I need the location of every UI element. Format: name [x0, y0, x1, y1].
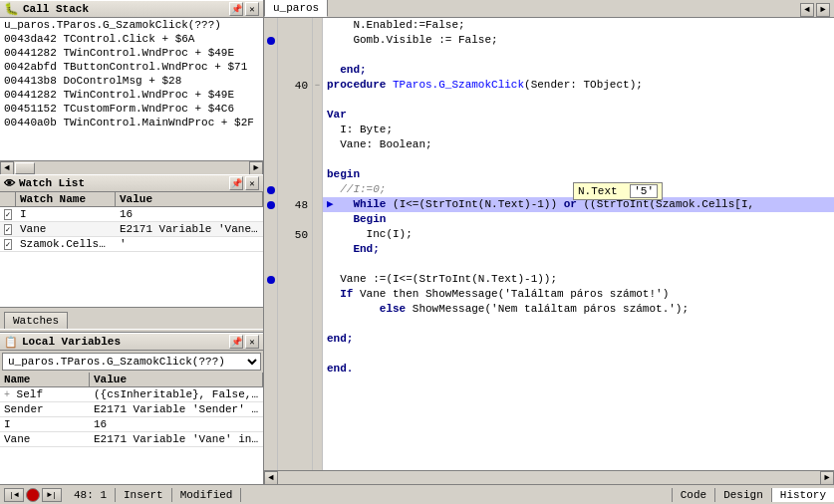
run-stop-btn[interactable]	[26, 488, 40, 502]
code-line: Vane: Boolean;	[323, 137, 834, 152]
line-number	[278, 257, 312, 272]
code-scroll-left-btn[interactable]: ◄	[264, 471, 278, 484]
keyword-span: end;	[327, 332, 353, 347]
code-text: Gomb.Visible := False;	[327, 33, 498, 48]
watch-checkbox[interactable]: ✓	[0, 237, 16, 251]
tab-nav-left-btn[interactable]: ◄	[800, 3, 814, 17]
local-vars-title: 📋 Local Variables	[4, 336, 121, 349]
line-number	[278, 48, 312, 63]
call-stack-item[interactable]: 00440a0b TWinControl.MainWndProc + $2F	[0, 116, 263, 129]
local-vars-select[interactable]: u_paros.TParos.G_SzamokClick(???)	[2, 353, 261, 371]
code-line: Inc(I);	[323, 227, 834, 242]
line-number	[278, 152, 312, 167]
gutter-bullet	[264, 287, 277, 302]
gutter-bullet	[264, 257, 277, 272]
call-stack-item[interactable]: 00441282 TWinControl.WndProc + $49E	[0, 46, 263, 60]
code-line: If Vane then ShowMessage('Találtam páros…	[323, 287, 834, 302]
call-stack-list[interactable]: u_paros.TParos.G_SzamokClick(???)0043da4…	[0, 18, 263, 160]
fold-marker[interactable]: −	[313, 78, 322, 93]
line-numbers: 404850	[278, 18, 313, 470]
scroll-left-btn[interactable]: ◄	[0, 161, 14, 175]
breakpoint-bullet[interactable]	[267, 201, 275, 209]
watch-label: Watch List	[19, 177, 85, 189]
breakpoint-bullet[interactable]	[267, 37, 275, 45]
watch-checkbox[interactable]: ✓	[0, 207, 16, 221]
local-var-row: + Self ({csInheritable}, False, (0, ...	[0, 387, 263, 402]
fold-marker	[313, 167, 322, 182]
left-panels: 🐛 Call Stack 📌 ✕ u_paros.TParos.G_Szamok…	[0, 0, 264, 484]
call-stack-panel: 🐛 Call Stack 📌 ✕ u_paros.TParos.G_Szamok…	[0, 0, 263, 174]
line-number	[278, 317, 312, 332]
code-line: end.	[323, 362, 834, 377]
local-vars-header: 📋 Local Variables 📌 ✕	[0, 333, 263, 351]
local-vars-close-btn[interactable]: ✕	[245, 335, 259, 349]
code-content[interactable]: N.Enabled:=False; Gomb.Visible := False;…	[323, 18, 834, 470]
tab-nav-right-btn[interactable]: ►	[816, 3, 830, 17]
watch-close-btn[interactable]: ✕	[245, 176, 259, 190]
gutter-bullet	[264, 63, 277, 78]
breakpoint-bullet[interactable]	[267, 186, 275, 194]
code-line: Vane :=(I<=(StrToInt(N.Text)-1));	[323, 272, 834, 287]
call-stack-item[interactable]: 004413b8 DoControlMsg + $28	[0, 74, 263, 88]
call-stack-scrollbar[interactable]: ◄ ►	[0, 160, 263, 174]
code-scrollbar-h[interactable]: ◄ ►	[264, 470, 834, 484]
watch-name-cell: Vane	[16, 222, 116, 236]
code-line: Var	[323, 108, 834, 123]
watch-icon: 👁	[4, 177, 15, 190]
kw-procedure: procedure	[327, 78, 393, 93]
bug-icon: 🐛	[4, 2, 19, 17]
code-line	[323, 93, 834, 108]
local-var-row: I 16	[0, 417, 263, 432]
gutter-bullet	[264, 242, 277, 257]
call-stack-item[interactable]: 00451152 TCustomForm.WndProc + $4C6	[0, 102, 263, 116]
local-vars-panel: 📋 Local Variables 📌 ✕ u_paros.TParos.G_S…	[0, 333, 263, 484]
local-name-cell: + Self	[0, 387, 90, 401]
call-stack-close-btn[interactable]: ✕	[245, 2, 259, 16]
local-rows: + Self ({csInheritable}, False, (0, ... …	[0, 387, 263, 447]
call-stack-label: Call Stack	[23, 3, 89, 15]
code-scroll-right-btn[interactable]: ►	[820, 471, 834, 484]
call-stack-item[interactable]: u_paros.TParos.G_SzamokClick(???)	[0, 18, 263, 32]
code-tab-bar: u_paros ◄ ►	[264, 0, 834, 18]
local-name-col-header: Name	[0, 373, 90, 386]
status-mode: Insert	[116, 488, 172, 502]
breakpoint-bullet[interactable]	[267, 276, 275, 284]
step-back-btn[interactable]: |◄	[4, 488, 24, 502]
code-tab-nav: ◄ ►	[800, 3, 834, 17]
step-forward-btn[interactable]: ►|	[42, 488, 62, 502]
fold-marker	[313, 317, 322, 332]
watch-checkbox[interactable]: ✓	[0, 222, 16, 236]
scroll-right-btn[interactable]: ►	[249, 161, 263, 175]
status-tab-code[interactable]: Code	[672, 488, 714, 502]
line-number	[278, 18, 312, 33]
gutter-bullet	[264, 302, 277, 317]
watch-val-cell: '	[116, 237, 263, 251]
if-rest: Vane then ShowMessage('Találtam páros sz…	[353, 287, 669, 302]
local-vars-label: Local Variables	[22, 336, 121, 348]
code-tab-u-paros[interactable]: u_paros	[264, 0, 328, 17]
local-vars-pin-btn[interactable]: 📌	[229, 335, 243, 349]
keyword-span: Begin	[327, 212, 386, 227]
call-stack-item[interactable]: 0043da42 TControl.Click + $6A	[0, 32, 263, 46]
gutter-bullet	[264, 167, 277, 182]
local-vars-dropdown[interactable]: u_paros.TParos.G_SzamokClick(???)	[2, 353, 261, 371]
keyword-span: Var	[327, 108, 347, 123]
line-number	[278, 332, 312, 347]
call-stack-item[interactable]: 0042abfd TButtonControl.WndProc + $71	[0, 60, 263, 74]
watches-tab-bar: Watches	[0, 307, 263, 329]
gutter-bullet	[264, 362, 277, 377]
local-name-cell: Sender	[0, 402, 90, 416]
call-stack-icons: 📌 ✕	[229, 2, 259, 16]
status-tab-design[interactable]: Design	[714, 488, 771, 502]
watches-tab-btn[interactable]: Watches	[4, 312, 68, 329]
watch-pin-btn[interactable]: 📌	[229, 176, 243, 190]
expand-icon[interactable]: +	[4, 389, 10, 400]
line-number	[278, 362, 312, 377]
call-stack-pin-btn[interactable]: 📌	[229, 2, 243, 16]
watch-val-cell: E2171 Variable 'Vane'...	[116, 222, 263, 236]
status-tab-history[interactable]: History	[771, 488, 834, 502]
code-line: begin	[323, 167, 834, 182]
code-line: procedure TParos.G_SzamokClick(Sender: T…	[323, 78, 834, 93]
call-stack-item[interactable]: 00441282 TWinControl.WndProc + $49E	[0, 88, 263, 102]
code-line	[323, 347, 834, 362]
